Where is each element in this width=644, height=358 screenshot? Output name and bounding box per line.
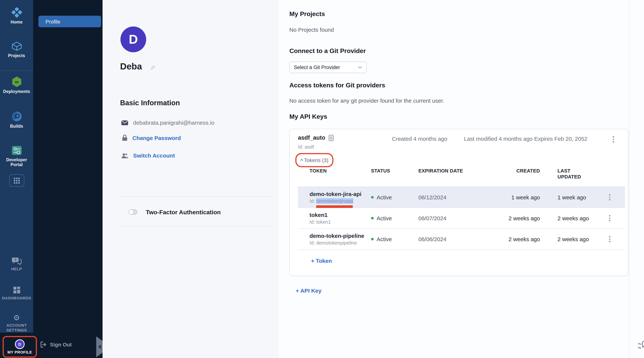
profile-avatar[interactable]: D [120, 27, 146, 52]
sidebar-bottom-bar: D MY PROFILE Sign Out [0, 333, 102, 358]
tokens-toggle[interactable]: Tokens (3) [304, 157, 328, 163]
email-row: debabrata.panigrahi@harness.io [121, 119, 214, 126]
token-expiration: 06/07/2024 [418, 215, 492, 221]
svg-text:?: ? [14, 258, 16, 262]
token-created: 2 weeks ago [492, 236, 540, 242]
token-table-row[interactable]: token1 Id: token1 Active 06/07/2024 2 we… [298, 208, 625, 229]
status-dot-icon [371, 238, 374, 240]
sidebar-item-projects[interactable]: Projects [0, 41, 33, 58]
token-menu-icon[interactable] [597, 236, 610, 242]
tab-profile-label: Profile [46, 19, 60, 25]
sidebar-item-developer-portal[interactable]: Developer Portal [0, 145, 33, 167]
harness-logo-icon [11, 8, 22, 18]
api-key-menu-icon[interactable] [613, 136, 614, 142]
sidebar-item-deployments[interactable]: ∞ Deployments [0, 76, 33, 94]
token-expiration: 06/12/2024 [418, 194, 492, 201]
token-created: 1 week ago [492, 194, 540, 201]
edit-name-icon[interactable]: ✎ [150, 64, 155, 72]
divider [120, 196, 272, 197]
my-projects-empty-text: No Projects found [289, 27, 334, 33]
token-name: token1 [310, 212, 371, 218]
copy-icon[interactable] [328, 135, 334, 141]
help-chat-icon: ? [12, 257, 22, 265]
chevron-left-icon [98, 344, 101, 349]
ci-circle-icon [11, 111, 22, 122]
envelope-icon [121, 120, 128, 125]
column-header: TOKEN [310, 168, 371, 174]
token-id: Id: demotokenpipeline [310, 240, 371, 246]
profile-email: debabrata.panigrahi@harness.io [133, 119, 214, 126]
token-name: demo-token-pipeline [310, 232, 371, 239]
sign-out-button[interactable]: Sign Out [40, 341, 72, 347]
token-status: Active [377, 194, 392, 201]
two-factor-label: Two-Factor Authentication [146, 209, 221, 216]
git-provider-select[interactable]: Select a Git Provider [289, 62, 366, 73]
switch-account-link[interactable]: Switch Account [133, 152, 175, 159]
divider [120, 226, 272, 226]
token-status: Active [377, 236, 392, 242]
sidebar-item-label: DASHBOARDS [2, 296, 31, 300]
annotation-tokens-highlight: ^ Tokens (3) [295, 153, 333, 167]
chat-bubbles-icon [638, 340, 644, 350]
token-menu-icon[interactable] [597, 215, 610, 221]
sidebar-collapse-handle[interactable] [96, 336, 102, 357]
api-key-name: asdf_auto [298, 134, 325, 141]
token-updated: 2 weeks ago [540, 215, 597, 221]
sidebar-item-my-profile[interactable]: D MY PROFILE [2, 336, 37, 358]
add-token-button[interactable]: + Token [311, 258, 332, 264]
change-password-link[interactable]: Change Password [132, 135, 181, 141]
module-selector-button[interactable] [9, 174, 24, 187]
sidebar-item-builds[interactable]: Builds [0, 111, 33, 129]
cube-icon [11, 41, 22, 52]
api-key-card: asdf_auto Id: asdf Created 4 months ago … [289, 129, 628, 276]
token-menu-icon[interactable] [597, 194, 610, 201]
access-tokens-empty-text: No access token for any git provider fou… [289, 97, 444, 104]
support-chat-button[interactable] [638, 340, 644, 351]
sidebar-item-label: Builds [10, 124, 23, 129]
chevron-up-icon: ^ [300, 158, 303, 163]
right-edge-divider [629, 0, 630, 358]
sign-out-icon [40, 341, 46, 347]
sidebar-item-account-settings[interactable]: ⚙ ACCOUNT SETTINGS [0, 314, 33, 333]
dev-portal-icon [11, 145, 22, 156]
people-icon [121, 152, 128, 158]
sidebar-item-label: HELP [11, 267, 22, 271]
annotation-red-underline [316, 205, 353, 208]
secondary-sidebar: Profile [33, 0, 102, 333]
change-password-row: Change Password [122, 134, 181, 141]
sidebar-item-label: Home [11, 20, 22, 25]
svg-text:∞: ∞ [14, 79, 18, 85]
basic-information-heading: Basic Information [120, 99, 180, 107]
token-created: 2 weeks ago [492, 215, 540, 221]
token-table-row[interactable]: demo-token-jira-api Id: demotokenjiraapi… [298, 187, 625, 208]
token-table-header: TOKEN STATUS EXPIRATION DATE CREATED LAS… [298, 168, 625, 180]
token-expiration: 06/06/2024 [418, 236, 492, 242]
git-provider-select-value: Select a Git Provider [294, 65, 340, 70]
grid-icon [14, 177, 20, 184]
token-name: demo-token-jira-api [310, 191, 371, 197]
api-key-modified: Last modified 4 months ago Expires Feb 2… [464, 135, 587, 142]
sign-out-label: Sign Out [50, 341, 72, 347]
sidebar-item-home[interactable]: Home [0, 8, 33, 25]
two-factor-toggle[interactable] [129, 210, 137, 215]
api-key-name-row: asdf_auto [298, 134, 334, 141]
status-dot-icon [371, 196, 374, 199]
tab-profile[interactable]: Profile [38, 16, 101, 27]
token-table-row[interactable]: demo-token-pipeline Id: demotokenpipelin… [298, 229, 625, 249]
sidebar-item-help[interactable]: ? HELP [0, 257, 33, 271]
column-header: EXPIRATION DATE [418, 168, 492, 174]
my-projects-heading: My Projects [289, 11, 325, 18]
api-keys-heading: My API Keys [289, 113, 327, 121]
dashboards-icon [12, 286, 21, 294]
sidebar-item-label: Deployments [3, 89, 30, 94]
gear-icon: ⚙ [13, 314, 20, 321]
switch-account-row: Switch Account [121, 152, 175, 159]
api-key-id: Id: asdf [298, 144, 314, 150]
sidebar-item-dashboards[interactable]: DASHBOARDS [0, 286, 33, 300]
sidebar-item-label: Projects [8, 53, 25, 58]
status-dot-icon [371, 217, 374, 220]
add-api-key-button[interactable]: + API Key [296, 287, 322, 294]
token-table-body: demo-token-jira-api Id: demotokenjiraapi… [298, 187, 625, 250]
profile-panel [102, 0, 279, 358]
column-header: CREATED [492, 168, 540, 174]
